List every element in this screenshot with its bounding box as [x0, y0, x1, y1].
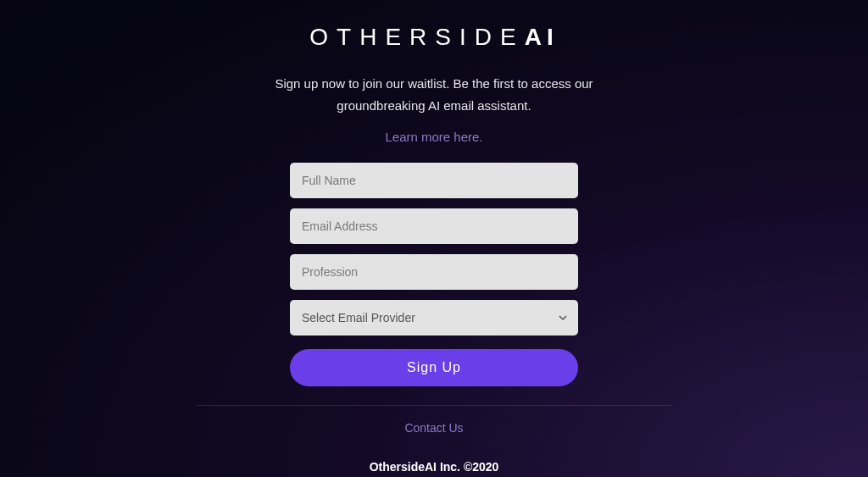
email-input[interactable]	[290, 208, 578, 244]
email-provider-select[interactable]: Select Email Provider	[290, 300, 578, 336]
profession-input[interactable]	[290, 254, 578, 290]
footer-divider	[197, 405, 671, 406]
contact-us-link[interactable]: Contact Us	[404, 421, 463, 435]
logo-text-part2: AI	[525, 24, 559, 50]
tagline-text: Sign up now to join our waitlist. Be the…	[231, 73, 637, 116]
full-name-input[interactable]	[290, 163, 578, 198]
logo-text-part1: OTHERSIDE	[309, 24, 524, 50]
learn-more-link[interactable]: Learn more here.	[385, 130, 482, 144]
brand-logo: OTHERSIDEAI	[309, 24, 558, 51]
signup-button[interactable]: Sign Up	[290, 349, 578, 386]
copyright-text: OthersideAI Inc. ©2020	[370, 460, 499, 474]
signup-form: Select Email Provider Sign Up	[290, 163, 578, 386]
